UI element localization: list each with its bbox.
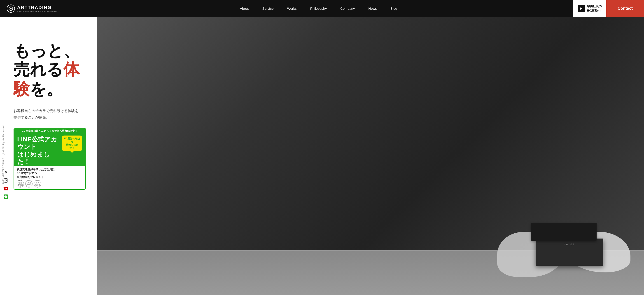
line-banner-footer: 新規友達登録を頂いた方全員に EC運営で役立つ 限定動画をプレゼント EC運営の… bbox=[14, 166, 85, 189]
instagram-icon[interactable] bbox=[4, 178, 8, 183]
svg-rect-2 bbox=[4, 179, 8, 182]
line-banner-title2: はじめました！ bbox=[17, 151, 60, 166]
nav-service[interactable]: Service bbox=[256, 0, 280, 17]
line-banner-header: EC事業者の皆さん必見！お役立ち情報配信中！ bbox=[14, 128, 85, 134]
nav-works[interactable]: Works bbox=[280, 0, 304, 17]
main-content: © 2023 ART TRADING Co.,Ltd All Rights Re… bbox=[0, 17, 644, 295]
line-icon[interactable] bbox=[4, 194, 8, 199]
medal-circle-3: 売るための 施策作り bbox=[34, 180, 41, 188]
x-twitter-icon[interactable]: ✕ bbox=[4, 170, 8, 175]
svg-marker-1 bbox=[580, 8, 582, 10]
line-banner-footer-main: 新規友達登録を頂いた方全員に bbox=[17, 168, 83, 172]
hero-image: tu di bbox=[97, 17, 644, 295]
line-banner-text-main: LINE公式アカウント はじめました！ bbox=[17, 136, 60, 166]
logo-icon bbox=[7, 4, 15, 13]
medal-2: 売上UPの ノウハウ bbox=[25, 180, 32, 188]
medal-circle-2: 売上UPの ノウハウ bbox=[25, 180, 32, 188]
line-banner-medals: EC運営の 運営方法 売上UPの ノウハウ 売るための 施策作り bbox=[17, 180, 83, 188]
hero-line2-plain: 売れる bbox=[14, 60, 63, 78]
youtube-button[interactable]: 敏男社長の EC運営ch bbox=[573, 0, 606, 17]
hero-line2: 売れる体験を。 bbox=[14, 60, 86, 99]
hero-line2-end: を。 bbox=[30, 80, 63, 98]
svg-point-4 bbox=[7, 179, 7, 180]
box-dark: tu di bbox=[536, 238, 603, 266]
nav-philosophy[interactable]: Philosophy bbox=[304, 0, 334, 17]
hero-line1: もっと、 bbox=[14, 42, 86, 60]
medal-3: 売るための 施策作り bbox=[34, 180, 41, 188]
logo-main: ARTTRADING bbox=[17, 5, 57, 10]
hero-sub-line2: 提供することが使命。 bbox=[14, 114, 86, 121]
contact-button[interactable]: Contact bbox=[606, 0, 644, 17]
play-icon bbox=[578, 5, 585, 12]
logo-text: ARTTRADING PROFESSIONAL OF EC MANAGEMENT bbox=[17, 5, 57, 12]
medal-1: EC運営の 運営方法 bbox=[17, 180, 24, 188]
svg-point-3 bbox=[5, 180, 7, 182]
social-icons: ✕ bbox=[4, 170, 8, 199]
nav-news[interactable]: News bbox=[362, 0, 384, 17]
nav-about[interactable]: About bbox=[233, 0, 256, 17]
hero-headline: もっと、 売れる体験を。 bbox=[14, 42, 86, 99]
youtube-icon[interactable] bbox=[4, 186, 8, 191]
line-banner[interactable]: EC事業者の皆さん必見！お役立ち情報配信中！ LINE公式アカウント はじめまし… bbox=[14, 128, 86, 190]
hero-sub: お客様自らのチカラで売れ続ける体験を 提供することが使命。 bbox=[14, 108, 86, 121]
line-bubble: EC運営の有益な 情報を発信中！ bbox=[62, 136, 82, 151]
logo-sub: PROFESSIONAL OF EC MANAGEMENT bbox=[17, 10, 57, 12]
line-banner-title1: LINE公式アカウント bbox=[17, 136, 60, 151]
line-banner-footer-sub: EC運営で役立つ 限定動画をプレゼント bbox=[17, 172, 83, 179]
nav-company[interactable]: Company bbox=[334, 0, 362, 17]
line-banner-bubble-wrap: EC運営の有益な 情報を発信中！ bbox=[62, 136, 82, 151]
line-banner-body: LINE公式アカウント はじめました！ EC運営の有益な 情報を発信中！ bbox=[14, 134, 85, 166]
nav-blog[interactable]: Blog bbox=[384, 0, 404, 17]
youtube-label: 敏男社長の EC運営ch bbox=[587, 4, 602, 12]
hero-overlay: tu di bbox=[97, 17, 644, 295]
left-panel: © 2023 ART TRADING Co.,Ltd All Rights Re… bbox=[0, 17, 97, 295]
header-right: 敏男社長の EC運営ch Contact bbox=[573, 0, 644, 17]
site-header: ARTTRADING PROFESSIONAL OF EC MANAGEMENT… bbox=[0, 0, 644, 17]
hero-sub-line1: お客様自らのチカラで売れ続ける体験を bbox=[14, 108, 86, 114]
box-lid bbox=[531, 223, 596, 241]
medal-circle-1: EC運営の 運営方法 bbox=[17, 180, 24, 188]
logo-area: ARTTRADING PROFESSIONAL OF EC MANAGEMENT bbox=[0, 4, 64, 13]
main-nav: About Service Works Philosophy Company N… bbox=[64, 0, 573, 17]
